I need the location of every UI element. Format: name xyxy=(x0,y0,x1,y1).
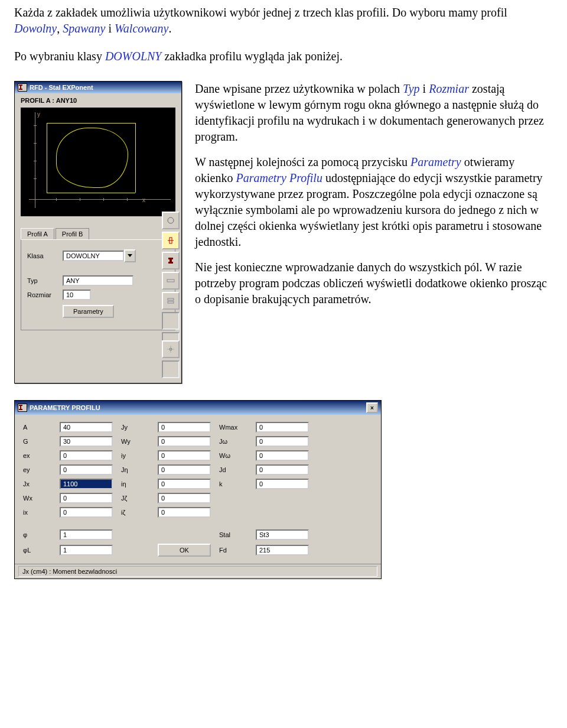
param-label: Jy xyxy=(121,424,152,431)
param-label: Jd xyxy=(219,466,250,473)
profile-heading: PROFIL A : ANY10 xyxy=(15,93,181,105)
param-label: k xyxy=(219,480,250,488)
tool-slot-3[interactable] xyxy=(162,360,180,378)
param-input-Wy[interactable] xyxy=(158,436,211,447)
body-p2: W następnej kolejności za pomocą przycis… xyxy=(195,154,553,250)
param-input-iη[interactable] xyxy=(158,479,211,489)
tool-slot-1[interactable] xyxy=(162,312,180,330)
param-label: φL xyxy=(23,547,54,554)
param-input-Jy[interactable] xyxy=(158,422,211,433)
param-label: Stal xyxy=(219,531,250,538)
axis-x-label: x xyxy=(142,197,145,203)
param-label: A xyxy=(23,424,54,431)
em-param: Parametry xyxy=(410,155,461,168)
param-input-ey[interactable] xyxy=(60,464,113,475)
param-input-Jω[interactable] xyxy=(256,436,309,447)
param-label: Wω xyxy=(219,452,250,459)
param-label: Wy xyxy=(121,438,152,445)
tab-profil-a[interactable]: Profil A xyxy=(21,228,54,239)
param-input-iζ[interactable] xyxy=(158,507,211,518)
param-input-Jζ[interactable] xyxy=(158,493,211,503)
em-typ: Typ xyxy=(403,82,420,95)
param-input-Wx[interactable] xyxy=(60,493,113,503)
intro-p2: Po wybraniu klasy DOWOLNY zakładka profi… xyxy=(14,48,553,64)
app-icon xyxy=(18,83,27,92)
tab-profil-b[interactable]: Profil B xyxy=(56,228,89,239)
app-icon xyxy=(18,404,27,412)
param-label: ix xyxy=(23,509,54,516)
svg-rect-4 xyxy=(168,298,174,300)
param-input-A[interactable] xyxy=(60,422,113,433)
param-label: ex xyxy=(23,452,54,459)
typ-input[interactable] xyxy=(63,275,133,286)
param-titlebar: PARAMETRY PROFILU × xyxy=(15,401,381,415)
svg-rect-3 xyxy=(167,280,174,282)
close-icon[interactable]: × xyxy=(366,402,378,413)
param-label: Fd xyxy=(219,547,250,554)
param-label: Jζ xyxy=(121,495,152,502)
param-input-Wω[interactable] xyxy=(256,450,309,461)
param-input-Fd[interactable] xyxy=(256,545,309,555)
param-label: iy xyxy=(121,452,152,459)
tool-rect-icon[interactable] xyxy=(162,232,180,249)
param-input-φ[interactable] xyxy=(60,529,113,540)
tool-column-bottom xyxy=(162,340,180,378)
param-input-Jη[interactable] xyxy=(158,464,211,475)
ok-button[interactable]: OK xyxy=(158,544,211,557)
param-input-k[interactable] xyxy=(256,479,309,489)
param-label: Wx xyxy=(23,495,54,502)
param-label: G xyxy=(23,438,54,445)
param-label: φ xyxy=(23,531,54,538)
param-input-ix[interactable] xyxy=(60,507,113,518)
param-label: ey xyxy=(23,466,54,473)
param-input-φL[interactable] xyxy=(60,545,113,555)
em-spawany: Spawany xyxy=(63,22,105,35)
klasa-select[interactable] xyxy=(63,251,124,261)
parametry-button[interactable]: Parametry xyxy=(63,305,114,318)
param-label: Jx xyxy=(23,480,54,488)
rozmiar-input[interactable] xyxy=(63,290,91,300)
tool-circle-icon[interactable] xyxy=(162,212,180,229)
body-p3: Nie jest konieczne wprowadzanie danych d… xyxy=(195,259,553,307)
em-paramprofilu: Parametry Profilu xyxy=(236,171,322,184)
param-input-Jx[interactable] xyxy=(60,479,113,489)
em-dowolny2: DOWOLNY xyxy=(105,50,162,63)
param-label: iζ xyxy=(121,509,152,516)
param-input-Stal[interactable] xyxy=(256,529,309,540)
profile-dialog: RFD - Stal EXPonent PROFIL A : ANY10 x y xyxy=(14,81,182,384)
param-label: Wmax xyxy=(219,424,250,431)
param-input-ex[interactable] xyxy=(60,450,113,461)
em-walcowany: Walcowany xyxy=(115,22,168,35)
param-input-iy[interactable] xyxy=(158,450,211,461)
profile-preview: x y xyxy=(21,108,175,216)
window-title: RFD - Stal EXPonent xyxy=(30,84,93,91)
typ-label: Typ xyxy=(27,277,63,284)
svg-rect-5 xyxy=(168,301,174,303)
chevron-down-icon[interactable] xyxy=(124,249,136,262)
tool-ibeam-icon[interactable] xyxy=(162,252,180,269)
em-dowolny: Dowolny xyxy=(14,22,57,35)
rozmiar-label: Rozmiar xyxy=(27,291,63,298)
tool-center-icon[interactable] xyxy=(162,340,180,358)
param-label: Jω xyxy=(219,438,250,445)
param-label: Jη xyxy=(121,466,152,473)
parameters-dialog: PARAMETRY PROFILU × AJyWmaxGWyJωexiyWωey… xyxy=(14,400,382,579)
param-title: PARAMETRY PROFILU xyxy=(30,404,100,411)
svg-point-0 xyxy=(168,217,174,223)
param-label: iη xyxy=(121,480,152,488)
param-input-G[interactable] xyxy=(60,436,113,447)
titlebar: RFD - Stal EXPonent xyxy=(15,82,181,93)
profile-tabs: Profil A Profil B xyxy=(21,228,175,239)
param-input-Wmax[interactable] xyxy=(256,422,309,433)
klasa-label: Klasa xyxy=(27,252,63,259)
body-p1: Dane wpisane przez użytkownika w polach … xyxy=(195,81,553,145)
tool-column xyxy=(162,212,180,350)
intro-p1: Każda z zakładek umożliwia użytkownikowi… xyxy=(14,5,553,37)
tool-channel-icon[interactable] xyxy=(162,292,180,310)
param-input-Jd[interactable] xyxy=(256,464,309,475)
profile-panel: Klasa Typ Rozmiar Parametr xyxy=(21,239,175,330)
axis-y-label: y xyxy=(37,111,40,118)
em-rozmiar: Rozmiar xyxy=(429,82,469,95)
tool-plate-icon[interactable] xyxy=(162,272,180,290)
status-bar: Jx (cm4) : Moment bezwladnosci xyxy=(15,564,381,578)
